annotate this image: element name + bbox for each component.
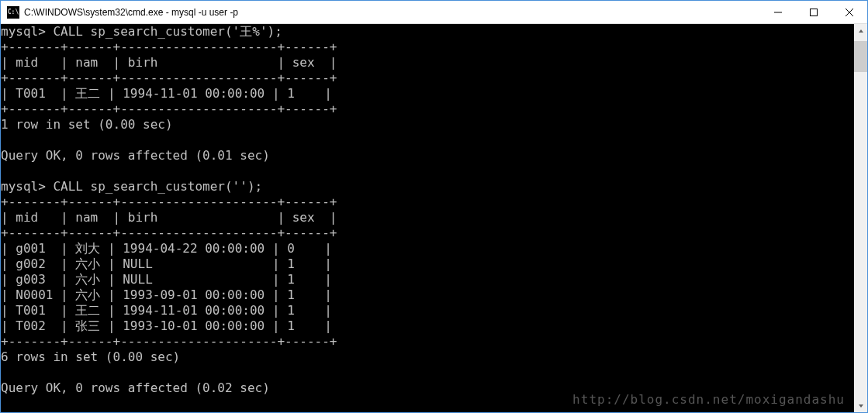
vertical-scrollbar[interactable] <box>854 24 867 412</box>
terminal-output[interactable]: mysql> CALL sp_search_customer('王%'); +-… <box>1 24 854 412</box>
cmd-icon: C:\ <box>7 6 19 19</box>
window-controls <box>760 1 867 23</box>
watermark-text: http://blog.csdn.net/moxigandashu <box>572 392 845 407</box>
svg-marker-5 <box>859 404 863 408</box>
window-title: C:\WINDOWS\system32\cmd.exe - mysql -u u… <box>24 7 760 18</box>
scroll-up-button[interactable] <box>854 24 867 37</box>
scroll-track[interactable] <box>854 37 867 399</box>
client-area: mysql> CALL sp_search_customer('王%'); +-… <box>1 24 867 412</box>
cmd-window: C:\ C:\WINDOWS\system32\cmd.exe - mysql … <box>0 0 868 413</box>
maximize-button[interactable] <box>796 1 832 23</box>
titlebar[interactable]: C:\ C:\WINDOWS\system32\cmd.exe - mysql … <box>1 1 867 24</box>
close-button[interactable] <box>832 1 867 23</box>
scroll-thumb[interactable] <box>854 41 867 72</box>
minimize-button[interactable] <box>760 1 796 23</box>
scroll-down-button[interactable] <box>854 399 867 412</box>
svg-marker-4 <box>859 29 863 33</box>
svg-rect-1 <box>811 9 818 15</box>
